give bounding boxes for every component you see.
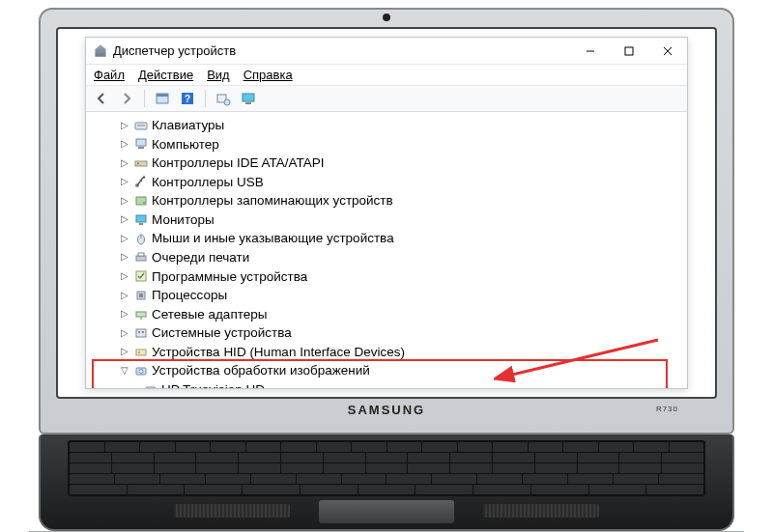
tree-node-label: Компьютер [152, 135, 219, 154]
help-button[interactable]: ? [178, 89, 197, 108]
tree-node[interactable]: ▷ Контроллеры IDE ATA/ATAPI [90, 154, 685, 173]
chevron-right-icon: ▷ [119, 175, 130, 189]
chevron-down-icon: ▽ [119, 364, 130, 378]
svg-rect-11 [245, 102, 251, 104]
chevron-right-icon: ▷ [119, 137, 130, 152]
laptop-lid: Диспетчер устройств [39, 8, 734, 434]
toolbar-separator [144, 90, 145, 107]
tree-node[interactable]: ▷ Клавиатуры [90, 116, 685, 135]
back-button[interactable] [92, 89, 111, 108]
tree-node-label: Клавиатуры [152, 116, 224, 135]
svg-rect-10 [243, 94, 254, 101]
svg-rect-37 [136, 350, 146, 355]
tree-node-label: Мыши и иные указывающие устройства [152, 229, 394, 248]
close-button[interactable] [648, 38, 687, 65]
speaker-right [483, 504, 599, 518]
scan-hardware-button[interactable] [214, 89, 233, 108]
tree-node-label: Устройства обработки изображений [152, 361, 370, 380]
window-controls [571, 38, 687, 65]
tree-node-label: Контроллеры запоминающих устройств [152, 191, 393, 210]
svg-rect-5 [157, 94, 168, 97]
svg-rect-14 [136, 139, 146, 146]
tree-node[interactable]: ▷ Мыши и иные указывающие устройства [90, 229, 685, 248]
laptop-keyboard [68, 440, 705, 496]
svg-point-40 [139, 370, 143, 374]
svg-rect-34 [136, 329, 146, 337]
chevron-right-icon: ▷ [119, 269, 130, 284]
window-title: Диспетчер устройств [113, 43, 571, 58]
tree-node-label: Сетевые адаптеры [152, 305, 267, 324]
chevron-right-icon: ▷ [119, 345, 130, 359]
svg-rect-36 [142, 331, 144, 333]
tree-node-label: Мониторы [152, 210, 215, 230]
tree-leaf-label: HP Truevision HD [161, 380, 265, 388]
tree-node[interactable]: ▷ Мониторы [90, 210, 685, 230]
network-icon [134, 307, 148, 321]
chevron-right-icon: ▷ [119, 307, 130, 322]
tree-node[interactable]: ▷ Устройства HID (Human Interface Device… [90, 343, 685, 362]
svg-rect-24 [139, 223, 143, 225]
brand-bar: SAMSUNG R730 [56, 399, 717, 419]
tree-node[interactable]: ▷ Очереди печати [90, 248, 685, 267]
tree-node-label: Очереди печати [152, 248, 249, 267]
camera-icon [144, 383, 157, 388]
touchpad [319, 500, 454, 523]
chevron-right-icon: ▷ [119, 156, 130, 171]
tree-node-label: Устройства HID (Human Interface Devices) [152, 343, 405, 362]
tree-node[interactable]: ▷ Контроллеры запоминающих устройств [90, 191, 685, 210]
svg-point-38 [138, 351, 140, 353]
tree-node-label: Контроллеры IDE ATA/ATAPI [152, 154, 324, 173]
svg-rect-31 [139, 294, 143, 297]
speaker-left [174, 504, 290, 518]
svg-point-9 [224, 99, 230, 105]
imaging-icon [134, 364, 148, 378]
hid-icon [134, 346, 148, 359]
svg-rect-23 [136, 215, 146, 222]
tree-node-label: Системные устройства [152, 323, 292, 343]
tree-node[interactable]: ▷ Процессоры [90, 286, 685, 305]
ide-icon [134, 156, 148, 170]
mouse-icon [134, 232, 148, 245]
tree-node[interactable]: ▷ Сетевые адаптеры [90, 305, 685, 324]
svg-rect-28 [138, 253, 144, 256]
webcam-icon [383, 14, 390, 21]
keyboard-icon [134, 119, 148, 132]
svg-point-19 [143, 177, 145, 179]
usb-icon [134, 175, 148, 188]
system-icon [134, 326, 148, 340]
show-devices-button[interactable] [239, 89, 258, 108]
properties-button[interactable] [153, 89, 172, 108]
menu-view[interactable]: Вид [207, 68, 230, 82]
laptop-base [39, 434, 734, 531]
chevron-right-icon: ▷ [119, 212, 130, 227]
svg-rect-41 [146, 387, 156, 388]
tree-node-label: Процессоры [152, 286, 227, 305]
tree-leaf[interactable]: HP Truevision HD [90, 380, 685, 388]
chevron-right-icon: ▷ [119, 119, 130, 133]
laptop-brand: SAMSUNG [348, 403, 425, 417]
svg-rect-20 [140, 180, 142, 182]
tree-node[interactable]: ▷ Контроллеры USB [90, 173, 685, 192]
tree-node[interactable]: ▷ Системные устройства [90, 323, 685, 343]
app-icon [94, 44, 107, 58]
tree-node[interactable]: ▷ Программные устройства [90, 267, 685, 287]
menubar: Файл Действие Вид Справка [86, 65, 687, 86]
tree-node-expanded[interactable]: ▽ Устройства обработки изображений [90, 361, 685, 380]
minimize-button[interactable] [571, 38, 610, 65]
tree-node-label: Программные устройства [152, 267, 307, 287]
laptop-frame: Диспетчер устройств [39, 8, 734, 532]
menu-action[interactable]: Действие [138, 68, 193, 82]
menu-file[interactable]: Файл [94, 68, 125, 82]
device-tree[interactable]: ▷ Клавиатуры ▷ Компьютер ▷ Контроллеры I… [86, 112, 687, 388]
maximize-button[interactable] [610, 38, 648, 65]
laptop-model: R730 [656, 405, 678, 413]
storage-icon [134, 194, 148, 208]
chevron-right-icon: ▷ [119, 289, 130, 303]
menu-help[interactable]: Справка [243, 68, 293, 82]
chevron-right-icon: ▷ [119, 194, 130, 209]
computer-icon [134, 137, 148, 151]
chevron-right-icon: ▷ [119, 250, 130, 265]
titlebar[interactable]: Диспетчер устройств [86, 38, 687, 65]
forward-button[interactable] [117, 89, 136, 108]
tree-node[interactable]: ▷ Компьютер [90, 135, 685, 154]
